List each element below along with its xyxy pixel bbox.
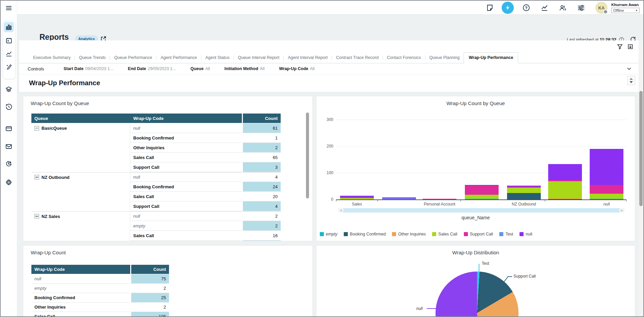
x-axis-category-label: NZ Outbound (512, 202, 536, 207)
pie-chart[interactable] (436, 272, 519, 317)
pivot-code-cell: Sales Call (130, 192, 242, 201)
sidebar-item-channels[interactable] (5, 125, 12, 132)
dashboard-canvas: Wrap-Up Count by Queue QueueWrap-Up Code… (19, 92, 639, 316)
sidebar-item-designer[interactable] (5, 63, 12, 70)
legend-chip (344, 232, 348, 236)
control-filter-wrap-up-code[interactable]: Wrap-Up CodeAll (279, 66, 314, 71)
tab-agent-performance[interactable]: Agent Performance (157, 53, 201, 63)
legend-item-empty[interactable]: empty (320, 232, 337, 236)
filter-icon[interactable] (617, 44, 623, 50)
spinner-down-icon[interactable] (629, 81, 633, 83)
bar-sales[interactable] (340, 196, 374, 199)
scroll-left-icon[interactable]: ◂ (338, 208, 343, 213)
bar-unlabeled[interactable] (465, 185, 499, 199)
pivot-table: QueueWrap-Up CodeCountBasicQueuenull61Bo… (31, 114, 281, 241)
control-filter-initiation-method[interactable]: Initiation MethodAll (224, 66, 264, 71)
left-sidebar (1, 1, 17, 316)
gridline (336, 173, 626, 173)
controls-expand-chevron-icon[interactable] (626, 66, 632, 71)
collapse-icon[interactable] (34, 175, 39, 180)
bar-unlabeled[interactable] (382, 197, 416, 199)
tab-queue-planning[interactable]: Queue Planning (425, 53, 464, 63)
page-scrollbar-thumb[interactable] (639, 91, 643, 206)
settings-sliders-icon[interactable] (577, 3, 585, 12)
control-filter-queue[interactable]: QueueAll (190, 66, 210, 71)
tab-queue-trends[interactable]: Queue Trends (75, 53, 110, 63)
legend-item-null[interactable]: null (520, 232, 532, 236)
control-filter-start-date[interactable]: Start Date09/04/2023 1... (63, 66, 113, 71)
bar-nz-outbound[interactable] (507, 186, 541, 199)
legend-label: Other Inquiries (398, 232, 426, 236)
report-tabs-row: Executive SummaryQueue TrendsQueue Perfo… (19, 53, 639, 63)
control-filters: Start Date09/04/2023 1...End Date29/05/2… (63, 66, 314, 71)
legend-item-test[interactable]: Test (499, 232, 513, 236)
sheet-title: Wrap-Up Performance (29, 79, 100, 87)
tab-queue-performance[interactable]: Queue Performance (110, 53, 156, 63)
svg-text:?: ? (525, 6, 527, 10)
bar-segment (507, 188, 541, 193)
x-axis-tick (377, 199, 378, 201)
help-icon[interactable]: ? (522, 3, 531, 12)
pivot-scrollbar[interactable] (306, 113, 309, 198)
tab-executive-summary[interactable]: Executive Summary (29, 53, 75, 63)
wrapup-code-cell: null (31, 274, 130, 284)
sidebar-item-mail[interactable] (5, 143, 12, 150)
collapse-icon[interactable] (34, 126, 39, 131)
pivot-code-cell: empty (130, 221, 242, 231)
pivot-code-cell: Other Inquiries (130, 143, 242, 153)
legend-item-booking-confirmed[interactable]: Booking Confirmed (344, 232, 386, 236)
bar-unlabeled[interactable] (548, 164, 582, 199)
sidebar-item-reports[interactable] (5, 24, 12, 31)
legend-label: Sales Call (438, 232, 457, 236)
agent-status-select[interactable]: Offline ▼ (611, 8, 640, 13)
legend-chip (520, 232, 524, 236)
scroll-track[interactable]: ·· (343, 208, 619, 213)
sheet-title-row: Wrap-Up Performance (19, 74, 639, 92)
sidebar-item-analytics-pie[interactable] (5, 160, 12, 167)
pivot-count-cell: 2 (243, 211, 281, 221)
tab-queue-interval-report[interactable]: Queue Interval Report (234, 53, 283, 63)
tab-agent-status[interactable]: Agent Status (201, 53, 234, 63)
sidebar-item-settings[interactable] (5, 179, 12, 186)
sidebar-item-flows[interactable] (5, 86, 12, 93)
legend-item-sales-call[interactable]: Sales Call (432, 232, 457, 236)
status-dot (603, 9, 608, 14)
export-icon[interactable] (627, 44, 633, 50)
hamburger-menu-icon[interactable] (5, 4, 12, 12)
pivot-header-queue: Queue (31, 114, 130, 123)
bar-null[interactable] (590, 149, 623, 199)
bar-segment (548, 199, 582, 199)
pivot-queue-cell (31, 221, 130, 231)
tab-agent-interval-report[interactable]: Agent Interval Report (284, 53, 332, 63)
page-scrollbar[interactable] (639, 40, 643, 316)
control-filter-end-date[interactable]: End Date29/05/2023 1... (128, 66, 176, 71)
wrapup-header-count: Count (131, 265, 169, 274)
metrics-icon[interactable] (540, 3, 549, 12)
bar-personal-account[interactable] (423, 199, 456, 199)
bar-chart-card: Wrap-Up Count by Queue 0100200300SalesPe… (316, 96, 635, 241)
contacts-icon[interactable] (558, 3, 567, 12)
spinner-up-icon[interactable] (629, 78, 633, 80)
sidebar-item-history[interactable] (5, 103, 12, 110)
tab-contact-forensics[interactable]: Contact Forensics (383, 53, 425, 63)
legend-item-other-inquiries[interactable]: Other Inquiries (392, 232, 426, 236)
chart-horizontal-scrollbar[interactable]: ◂ ·· ▸ (338, 208, 624, 213)
sidebar-item-calendar[interactable] (5, 37, 12, 44)
gridline (336, 146, 626, 147)
quick-actions-icon[interactable] (502, 2, 514, 14)
y-axis-tick-label: 200 (318, 144, 333, 149)
gridline (336, 120, 626, 120)
sidebar-item-metrics[interactable] (5, 50, 12, 57)
tab-wrap-up-performance[interactable]: Wrap-Up Performance (464, 52, 518, 63)
legend-item-support-call[interactable]: Support Call (464, 232, 493, 236)
pivot-queue-cell (31, 143, 130, 153)
collapse-icon[interactable] (34, 214, 39, 219)
scroll-right-icon[interactable]: ▸ (619, 208, 624, 213)
bar-segment (548, 181, 582, 198)
notes-icon[interactable] (485, 3, 494, 12)
tab-contract-trace-record[interactable]: Contract Trace Record (332, 53, 383, 63)
legend-chip (392, 232, 396, 236)
user-avatar[interactable]: KA (595, 2, 608, 14)
pivot-queue-cell: BasicQueue (31, 123, 130, 133)
sheet-scroll-spinner[interactable] (627, 76, 635, 85)
